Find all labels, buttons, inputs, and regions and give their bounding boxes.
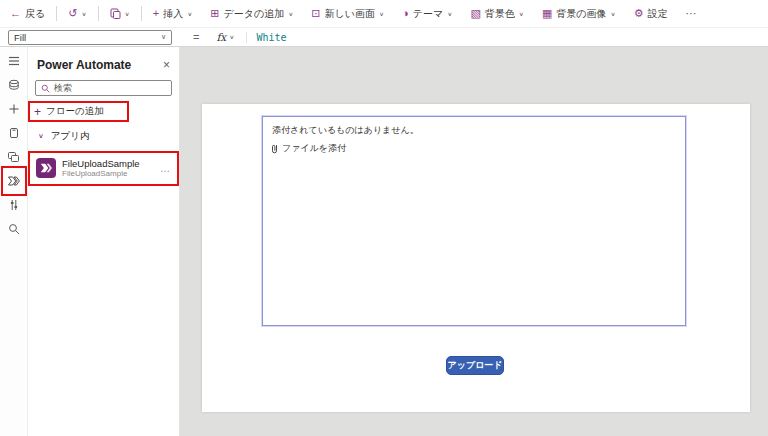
- back-label: 戻る: [25, 7, 45, 21]
- chevron-down-icon: ∨: [125, 10, 130, 16]
- power-automate-logo-icon: [36, 158, 56, 178]
- chevron-down-icon: ∨: [379, 10, 384, 16]
- annotation-box-flow-item: FileUploadSample FileUploadSample …: [28, 151, 179, 186]
- chevron-down-icon: ∨: [447, 10, 452, 16]
- chevron-down-icon: ∨: [38, 133, 44, 140]
- media-icon: [8, 127, 20, 139]
- back-arrow-icon: ←: [10, 8, 21, 19]
- left-rail: [0, 47, 28, 436]
- chevron-down-icon: ∨: [81, 10, 86, 16]
- attachment-empty-text: 添付されているものはありません。: [272, 124, 419, 137]
- background-color-icon: ▧: [470, 8, 480, 19]
- chevron-down-icon: ∨: [187, 10, 192, 16]
- search-icon: [8, 223, 20, 235]
- clipboard-icon: [110, 8, 121, 19]
- background-color-button[interactable]: ▧ 背景色 ∨: [468, 5, 526, 23]
- undo-button[interactable]: ↺ ∨: [66, 6, 88, 21]
- add-data-label: データの追加: [223, 7, 284, 21]
- panel-title: Power Automate: [37, 58, 131, 72]
- new-screen-button[interactable]: ⊡ 新しい画面 ∨: [309, 5, 386, 23]
- attach-file-link[interactable]: ファイルを添付: [271, 142, 346, 155]
- screens-tab[interactable]: [0, 145, 28, 169]
- attach-file-label: ファイルを添付: [282, 142, 346, 155]
- property-name: Fill: [14, 32, 26, 43]
- formula-bar: Fill ∨ = fx ∨ White: [0, 28, 768, 47]
- search-icon: [41, 84, 50, 93]
- insert-label: 挿入: [163, 7, 183, 21]
- add-flow-label: フローの追加: [46, 105, 104, 118]
- app-screen[interactable]: 添付されているものはありません。 ファイルを添付 アップロード: [202, 104, 750, 412]
- plus-icon: +: [34, 106, 41, 118]
- theme-label: テーマ: [413, 7, 443, 21]
- chevron-down-icon: ∨: [161, 33, 166, 41]
- data-tab[interactable]: [0, 73, 28, 97]
- insert-button[interactable]: + 挿入 ∨: [151, 5, 195, 23]
- power-automate-icon: [7, 175, 20, 187]
- toolbar-divider: [56, 6, 57, 21]
- gear-icon: ⚙: [634, 8, 644, 19]
- back-button[interactable]: ← 戻る: [8, 5, 47, 23]
- insert-tab[interactable]: [0, 97, 28, 121]
- attachment-control[interactable]: 添付されているものはありません。 ファイルを添付: [262, 116, 686, 326]
- background-image-label: 背景の画像: [556, 7, 606, 21]
- clipboard-button[interactable]: ∨: [108, 6, 132, 21]
- flow-name: FileUploadSample: [62, 158, 154, 169]
- theme-icon: ◑: [402, 8, 409, 19]
- data-icon: [8, 79, 20, 91]
- search-tab[interactable]: [0, 217, 28, 241]
- fx-dropdown[interactable]: fx ∨: [212, 31, 238, 43]
- screens-icon: [7, 151, 20, 163]
- toolbar-divider: [141, 6, 142, 21]
- chevron-down-icon: ∨: [288, 10, 293, 16]
- settings-label: 設定: [648, 7, 668, 21]
- section-in-app[interactable]: ∨ アプリ内: [28, 122, 179, 149]
- section-label: アプリ内: [51, 130, 90, 143]
- property-selector[interactable]: Fill ∨: [8, 30, 172, 45]
- annotation-box-add-flow: + フローの追加: [28, 101, 129, 122]
- chevron-down-icon: ∨: [519, 10, 524, 16]
- background-image-icon: ▦: [542, 8, 552, 19]
- top-toolbar: ← 戻る ↺ ∨ ∨ + 挿入 ∨ ⊞ データの追加 ∨ ⊡ 新しい画面 ∨ ◑…: [0, 0, 768, 28]
- toolbar-overflow-button[interactable]: ⋯: [684, 5, 700, 22]
- canvas-area: 添付されているものはありません。 ファイルを添付 アップロード: [180, 47, 768, 436]
- add-flow-button[interactable]: + フローの追加: [34, 105, 123, 118]
- close-icon[interactable]: ×: [163, 59, 170, 71]
- add-data-button[interactable]: ⊞ データの追加 ∨: [208, 5, 295, 23]
- power-automate-panel: Power Automate × 検索 + フローの追加 ∨ アプリ内: [28, 47, 180, 436]
- tree-view-icon: [8, 55, 20, 67]
- settings-button[interactable]: ⚙ 設定: [632, 5, 670, 23]
- new-screen-icon: ⊡: [311, 8, 320, 19]
- paperclip-icon: [271, 144, 279, 154]
- media-tab[interactable]: [0, 121, 28, 145]
- background-color-label: 背景色: [485, 7, 515, 21]
- insert-plus-icon: [8, 103, 20, 115]
- chevron-down-icon: ∨: [229, 34, 234, 40]
- power-automate-tab[interactable]: [0, 169, 28, 193]
- fx-icon: fx: [216, 31, 226, 43]
- more-icon: ⋯: [686, 7, 698, 20]
- toolbar-divider: [98, 6, 99, 21]
- undo-icon: ↺: [68, 8, 77, 19]
- new-screen-label: 新しい画面: [325, 7, 375, 21]
- insert-plus-icon: +: [153, 8, 159, 19]
- equals-sign: =: [193, 31, 199, 43]
- search-placeholder: 検索: [54, 82, 72, 95]
- add-data-icon: ⊞: [210, 8, 219, 19]
- theme-button[interactable]: ◑ テーマ ∨: [400, 5, 454, 23]
- tree-view-tab[interactable]: [0, 49, 28, 73]
- formula-input[interactable]: White: [246, 32, 286, 43]
- flow-subtitle: FileUploadSample: [62, 169, 154, 179]
- flow-list-item[interactable]: FileUploadSample FileUploadSample …: [30, 153, 177, 184]
- background-image-button[interactable]: ▦ 背景の画像 ∨: [540, 5, 618, 23]
- variables-tab[interactable]: [0, 193, 28, 217]
- chevron-down-icon: ∨: [611, 10, 616, 16]
- search-input[interactable]: 検索: [35, 80, 172, 96]
- more-icon[interactable]: …: [160, 163, 173, 174]
- variables-icon: [8, 199, 20, 211]
- upload-button[interactable]: アップロード: [446, 356, 504, 375]
